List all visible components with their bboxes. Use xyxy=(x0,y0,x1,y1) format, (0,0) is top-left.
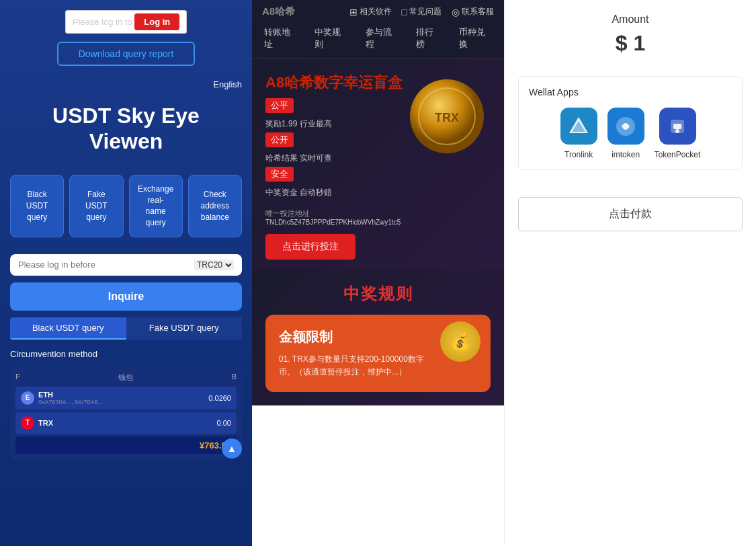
tab-black-usdt-query[interactable]: Black USDT query xyxy=(10,317,126,340)
hero-badge-open: 公开 xyxy=(265,132,294,147)
nav-link-faq[interactable]: □ 常见问题 xyxy=(402,6,442,17)
coin-decoration: TRX xyxy=(407,76,487,157)
wallet-amount: ¥763.99 xyxy=(15,436,237,454)
language-selector[interactable]: English xyxy=(213,79,242,89)
trx-icon: T xyxy=(21,416,34,430)
tokenpocket-label: TokenPocket xyxy=(655,150,701,159)
right-panel: Amount $ 1 Wellat Apps Tronlink xyxy=(504,0,756,546)
hero-badge-safe: 安全 xyxy=(265,167,294,182)
nav-tab-rules[interactable]: 中奖规则 xyxy=(309,24,353,53)
svg-rect-5 xyxy=(673,124,681,129)
scroll-up-button[interactable]: ▲ xyxy=(222,438,242,459)
login-button[interactable]: Log in xyxy=(134,13,179,30)
rules-card: 💰 金额限制 01. TRX参与数量只支持200-100000数字币。（该通道暂… xyxy=(265,315,491,392)
exchange-realname-query-button[interactable]: Exchangereal-namequery xyxy=(129,175,183,237)
nav-link-contact[interactable]: ◎ 联系客服 xyxy=(452,6,494,17)
nav-top: A8哈希 ⊞ 相关软件 □ 常见问题 ◎ 联系客服 xyxy=(252,0,504,24)
invest-button[interactable]: 点击进行投注 xyxy=(265,234,355,260)
login-bar: Please log in to Log in xyxy=(65,10,187,34)
rules-title: 中奖规则 xyxy=(265,283,491,305)
login-text: Please log in to Log in xyxy=(65,10,187,34)
nav-tab-exchange[interactable]: 币种兑换 xyxy=(454,24,497,53)
app-icons-row: Tronlink imtoken xyxy=(529,108,732,159)
imtoken-icon xyxy=(607,108,644,145)
nav-links: ⊞ 相关软件 □ 常见问题 ◎ 联系客服 xyxy=(308,6,494,17)
wellat-section: Wellat Apps Tronlink imtok xyxy=(518,76,743,170)
nav-tab-transfer[interactable]: 转账地址 xyxy=(259,24,302,53)
search-bar: TRC20 ERC20 xyxy=(10,254,242,276)
amount-value: $ 1 xyxy=(616,31,645,56)
hero-desc-safe: 中奖资金 自动秒赔 xyxy=(265,187,491,198)
token-selector[interactable]: TRC20 ERC20 xyxy=(194,260,234,270)
software-icon: ⊞ xyxy=(349,7,358,17)
rules-section: 中奖规则 💰 金额限制 01. TRX参与数量只支持200-100000数字币。… xyxy=(252,270,504,405)
coin-decoration-rules: 💰 xyxy=(440,321,480,362)
nav-tab-ranking[interactable]: 排行榜 xyxy=(411,24,446,53)
app-tokenpocket[interactable]: TokenPocket xyxy=(655,108,701,159)
middle-panel: A8哈希 ⊞ 相关软件 □ 常见问题 ◎ 联系客服 转账地址 中奖规则 参与流程… xyxy=(252,0,504,546)
wellat-title: Wellat Apps xyxy=(529,87,732,98)
check-address-balance-button[interactable]: Checkaddressbalance xyxy=(188,175,242,237)
hero-badge-fair: 公平 xyxy=(265,98,294,113)
nav-tabs: 转账地址 中奖规则 参与流程 排行榜 币种兑换 xyxy=(252,24,504,59)
imtoken-label: imtoken xyxy=(612,150,640,159)
wallet-item-eth: E ETH 0xA7630A..., 0A/70A6... 0.0260 xyxy=(15,387,237,410)
tronlink-icon xyxy=(560,108,597,145)
hero-content: A8哈希数字幸运盲盒 公平 奖励1.99 行业最高 公开 哈希结果 实时可查 安… xyxy=(265,73,491,260)
tab-bar: Black USDT query Fake USDT query xyxy=(10,317,242,340)
fake-usdt-query-button[interactable]: FakeUSDTquery xyxy=(69,175,123,237)
svg-text:TRX: TRX xyxy=(435,111,459,124)
address-value: TNLDhc5Z47BJPPPdE7PKHicbWVhZwy1tc5 xyxy=(265,219,491,226)
wallet-item-trx: T TRX 0.00 xyxy=(15,412,237,434)
download-query-report-button[interactable]: Download query report xyxy=(57,42,196,66)
black-usdt-query-button[interactable]: BlackUSDTquery xyxy=(10,175,64,237)
pay-button[interactable]: 点击付款 xyxy=(518,197,743,231)
address-label: 唯一投注地址 xyxy=(265,208,491,219)
tab-fake-usdt-query[interactable]: Fake USDT query xyxy=(126,317,243,340)
query-buttons: BlackUSDTquery FakeUSDTquery Exchangerea… xyxy=(10,175,242,237)
app-imtoken[interactable]: imtoken xyxy=(607,108,644,159)
nav-link-software[interactable]: ⊞ 相关软件 xyxy=(349,6,392,17)
left-panel: Please log in to Log in Download query r… xyxy=(0,0,252,546)
nav-tab-process[interactable]: 参与流程 xyxy=(360,24,404,53)
tronlink-label: Tronlink xyxy=(564,150,593,159)
contact-icon: ◎ xyxy=(452,7,460,17)
wallet-preview: F 钱包 B E ETH 0xA7630A..., 0A/70A6... 0.0… xyxy=(10,367,242,459)
faq-icon: □ xyxy=(402,7,407,17)
search-input[interactable] xyxy=(18,260,189,270)
tokenpocket-icon xyxy=(659,108,696,145)
app-tronlink[interactable]: Tronlink xyxy=(560,108,597,159)
app-title: USDT Sky EyeViewen xyxy=(52,103,200,155)
address-block: 唯一投注地址 TNLDhc5Z47BJPPPdE7PKHicbWVhZwy1tc… xyxy=(265,208,491,226)
amount-label: Amount xyxy=(612,13,648,26)
eth-icon: E xyxy=(21,391,34,405)
svg-point-6 xyxy=(675,129,679,133)
nav-brand: A8哈希 xyxy=(262,5,295,18)
inquire-button[interactable]: Inquire xyxy=(10,282,242,311)
wallet-header: F 钱包 B xyxy=(15,373,237,383)
hero-section: A8哈希数字幸运盲盒 公平 奖励1.99 行业最高 公开 哈希结果 实时可查 安… xyxy=(252,59,504,270)
circumvention-method: Circumvention method xyxy=(10,345,242,363)
